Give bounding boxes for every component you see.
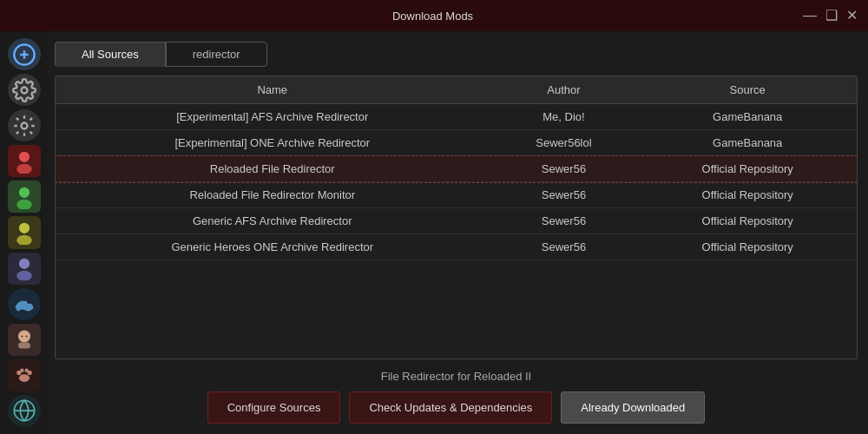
svg-point-8: [16, 200, 32, 209]
mods-table-container: Name Author Source [Experimental] AFS Ar…: [55, 76, 858, 359]
svg-point-9: [18, 223, 29, 233]
sidebar-icon-add[interactable]: [8, 38, 41, 70]
selected-mod-subtitle: File Redirector for Reloaded II: [55, 370, 858, 383]
mods-table: Name Author Source [Experimental] AFS Ar…: [56, 76, 857, 260]
sidebar-icon-globe[interactable]: [8, 395, 41, 427]
sidebar: [0, 31, 48, 434]
configure-sources-button[interactable]: Configure Sources: [207, 391, 341, 424]
sidebar-icon-char4[interactable]: [8, 253, 41, 285]
cell-name: Generic Heroes ONE Archive Redirector: [56, 234, 490, 260]
close-button[interactable]: ✕: [846, 9, 858, 23]
action-buttons: Configure Sources Check Updates & Depend…: [55, 391, 858, 424]
cell-name: Reloaded File Redirector Monitor: [56, 182, 490, 208]
cell-author: Sewer56: [490, 182, 639, 208]
tab-all-sources[interactable]: All Sources: [55, 42, 166, 67]
sidebar-icon-anime[interactable]: [8, 324, 41, 356]
svg-point-22: [24, 369, 28, 372]
sidebar-icon-paw[interactable]: [8, 359, 41, 391]
table-row[interactable]: Generic AFS Archive Redirector Sewer56 O…: [56, 208, 857, 234]
sidebar-icon-char1[interactable]: [8, 145, 41, 177]
svg-point-4: [21, 122, 27, 128]
main-layout: All Sources redirector Name Author Sourc…: [0, 31, 868, 434]
cell-author: Sewer56lol: [490, 130, 639, 156]
already-downloaded-button[interactable]: Already Downloaded: [561, 391, 705, 424]
check-updates-button[interactable]: Check Updates & Dependencies: [349, 391, 552, 424]
cell-author: Sewer56: [490, 156, 639, 182]
svg-point-3: [21, 87, 27, 93]
table-row[interactable]: [Experimental] ONE Archive Redirector Se…: [56, 130, 857, 156]
sidebar-icon-gear[interactable]: [8, 74, 41, 106]
svg-point-18: [18, 375, 29, 383]
col-header-author: Author: [490, 76, 639, 104]
title-bar: Download Mods — ❑ ✕: [0, 0, 868, 31]
table-row[interactable]: Reloaded File Redirector Monitor Sewer56…: [56, 182, 857, 208]
svg-point-7: [18, 187, 29, 198]
cell-source: Official Repository: [638, 156, 857, 182]
cell-author: Me, Dio!: [490, 104, 639, 130]
sidebar-icon-char2[interactable]: [8, 181, 41, 213]
cell-name: [Experimental] AFS Archive Redirector: [56, 104, 490, 130]
svg-point-5: [18, 151, 29, 161]
tab-redirector[interactable]: redirector: [166, 42, 267, 67]
sidebar-icon-dolphin[interactable]: [8, 288, 41, 320]
window-title: Download Mods: [62, 10, 803, 23]
svg-point-10: [16, 235, 32, 245]
cell-source: GameBanana: [638, 104, 857, 130]
cell-name: [Experimental] ONE Archive Redirector: [56, 130, 490, 156]
minimize-button[interactable]: —: [803, 9, 817, 23]
cell-source: Official Repository: [638, 234, 857, 260]
window-controls: — ❑ ✕: [803, 9, 858, 23]
cell-source: Official Repository: [638, 182, 857, 208]
maximize-button[interactable]: ❑: [825, 9, 838, 23]
content-area: All Sources redirector Name Author Sourc…: [48, 31, 868, 434]
svg-point-6: [16, 163, 32, 173]
cell-author: Sewer56: [490, 234, 639, 260]
cell-source: GameBanana: [638, 130, 857, 156]
tab-bar: All Sources redirector: [55, 42, 858, 67]
svg-point-12: [16, 271, 32, 280]
svg-point-13: [27, 301, 30, 305]
sidebar-icon-char3[interactable]: [8, 216, 41, 248]
svg-point-11: [18, 259, 29, 269]
table-row[interactable]: [Experimental] AFS Archive Redirector Me…: [56, 104, 857, 130]
cell-name: Reloaded File Redirector: [56, 156, 490, 182]
col-header-name: Name: [56, 76, 490, 104]
sidebar-icon-settings2[interactable]: [8, 109, 41, 141]
svg-rect-15: [18, 343, 30, 349]
table-row[interactable]: Reloaded File Redirector Sewer56 Officia…: [56, 156, 857, 182]
svg-point-21: [20, 369, 23, 372]
cell-source: Official Repository: [638, 208, 857, 234]
col-header-source: Source: [638, 76, 857, 104]
bottom-area: File Redirector for Reloaded II Configur…: [55, 370, 858, 424]
svg-point-14: [18, 331, 30, 343]
table-row[interactable]: Generic Heroes ONE Archive Redirector Se…: [56, 234, 857, 260]
cell-author: Sewer56: [490, 208, 639, 234]
cell-name: Generic AFS Archive Redirector: [56, 208, 490, 234]
